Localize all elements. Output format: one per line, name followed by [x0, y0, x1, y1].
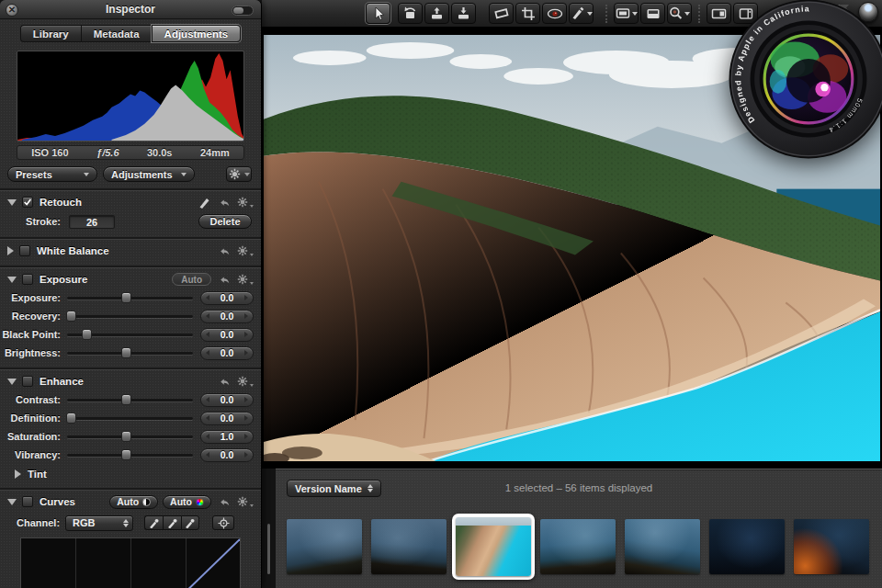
tab-adjustments[interactable]: Adjustments — [152, 25, 242, 42]
curves-graph[interactable] — [20, 537, 241, 588]
filmstrip-scrollbar[interactable] — [267, 524, 270, 574]
curves-point-picker-button[interactable] — [212, 515, 234, 530]
stamp-tool-button[interactable] — [451, 3, 476, 24]
gray-point-eyedropper-button[interactable] — [163, 515, 181, 530]
black-point-eyedropper-button[interactable] — [144, 515, 163, 530]
brightness-slider[interactable] — [67, 352, 193, 355]
stamp-down-icon — [456, 6, 471, 20]
inspector-titlebar[interactable]: ✕ Inspector — [0, 0, 261, 19]
adjustments-popup-button[interactable]: Adjustments — [103, 166, 195, 182]
brightness-stepper[interactable]: 0.0 — [200, 346, 254, 360]
shutter-knob-icon — [858, 2, 878, 22]
select-tool-button[interactable] — [366, 3, 390, 24]
red-eye-tool-button[interactable] — [542, 3, 567, 24]
white-point-eyedropper-button[interactable] — [181, 515, 199, 530]
disclosure-triangle[interactable] — [7, 379, 17, 385]
disclosure-triangle[interactable] — [7, 277, 17, 283]
select-arrows-icon — [123, 519, 129, 527]
chevron-down-icon — [181, 173, 187, 176]
exposure-slider[interactable] — [67, 297, 193, 300]
filmstrip-panel: Version Name 1 selected – 56 items displ… — [276, 469, 882, 588]
curves-checkbox[interactable] — [22, 496, 33, 507]
pointer-icon — [371, 6, 386, 21]
browser-mode-button[interactable] — [640, 3, 665, 24]
disclosure-triangle[interactable] — [7, 199, 17, 206]
stroke-value-field[interactable]: 26 — [69, 215, 115, 229]
panel-toggle[interactable] — [232, 6, 254, 16]
channel-select[interactable]: RGB — [65, 515, 133, 531]
tab-library[interactable]: Library — [20, 25, 81, 42]
shutter-value: 30.0s — [147, 147, 173, 158]
exposure-stepper[interactable]: 0.0 — [200, 291, 254, 305]
presets-popup-button[interactable]: Presets — [7, 166, 97, 182]
tab-metadata[interactable]: Metadata — [81, 25, 152, 42]
straighten-tool-button[interactable] — [489, 3, 514, 24]
reset-undo-icon[interactable] — [218, 245, 231, 257]
gear-icon[interactable] — [237, 376, 254, 387]
retouch-checkbox[interactable] — [22, 197, 33, 208]
rgb-histogram — [17, 51, 244, 141]
crop-tool-button[interactable] — [515, 3, 540, 24]
white-balance-checkbox[interactable] — [19, 245, 30, 256]
viewer-monitor-icon — [616, 7, 630, 20]
section-title: Curves — [40, 496, 75, 507]
definition-stepper[interactable]: 0.0 — [200, 412, 254, 425]
rotate-left-icon — [402, 6, 418, 20]
chevron-down-icon — [84, 173, 89, 176]
exposure-checkbox[interactable] — [22, 274, 33, 285]
rotate-left-button[interactable] — [398, 3, 423, 24]
inspector-window: ✕ Inspector Library Metadata Adjustments… — [0, 0, 262, 588]
curves-auto-color-button[interactable]: Auto — [163, 495, 211, 509]
reset-undo-icon[interactable] — [218, 496, 231, 508]
exposure-auto-button[interactable]: Auto — [172, 273, 211, 286]
retouch-tool-button[interactable] — [569, 3, 594, 24]
section-title: Enhance — [40, 376, 84, 387]
straighten-icon — [493, 6, 510, 20]
filmstrip-thumbnail[interactable] — [540, 519, 616, 574]
filmstrip-thumbnail[interactable] — [709, 519, 785, 574]
retouch-brush-icon — [571, 6, 585, 20]
selection-status-text: 1 selected – 56 items displayed — [276, 482, 882, 493]
gear-icon[interactable] — [237, 245, 254, 256]
saturation-slider[interactable] — [67, 435, 193, 438]
viewer-mode-button[interactable] — [614, 3, 639, 24]
filmstrip-thumbnail[interactable] — [287, 519, 362, 574]
contrast-slider[interactable] — [67, 399, 193, 401]
reset-undo-icon[interactable] — [218, 274, 231, 286]
gear-icon[interactable] — [237, 197, 254, 208]
disclosure-triangle[interactable] — [7, 499, 17, 505]
filmstrip-thumbnail-selected[interactable] — [452, 514, 535, 580]
filmstrip-thumbnail[interactable] — [794, 519, 869, 574]
definition-slider[interactable] — [67, 417, 193, 420]
adjustment-action-gear-button[interactable] — [226, 166, 252, 182]
filmstrip-thumbnail[interactable] — [625, 519, 700, 574]
recovery-stepper[interactable]: 0.0 — [200, 310, 254, 323]
reset-undo-icon[interactable] — [218, 376, 231, 388]
lift-tool-button[interactable] — [424, 3, 449, 24]
brush-stroke-icon[interactable] — [198, 196, 211, 209]
curves-auto-luminance-button[interactable]: Auto — [109, 495, 158, 509]
enhance-checkbox[interactable] — [22, 376, 33, 387]
chevron-down-icon — [250, 282, 254, 285]
browser-panel-icon — [646, 7, 661, 20]
disclosure-triangle[interactable] — [7, 246, 14, 255]
delete-button[interactable]: Delete — [198, 214, 252, 229]
reset-undo-icon[interactable] — [218, 197, 231, 209]
disclosure-triangle[interactable] — [15, 469, 21, 479]
black-point-stepper[interactable]: 0.0 — [200, 328, 254, 342]
inspector-title: Inspector — [0, 3, 261, 16]
gear-icon[interactable] — [237, 496, 254, 507]
vibrancy-slider[interactable] — [67, 454, 193, 457]
retouch-section: Retouch Stroke: 26 Delete — [0, 190, 261, 232]
thumbnail-row — [276, 506, 882, 588]
vibrancy-stepper[interactable]: 0.0 — [200, 448, 254, 462]
saturation-stepper[interactable]: 1.0 — [200, 430, 254, 444]
crosshair-icon — [218, 517, 230, 529]
recovery-slider[interactable] — [67, 315, 193, 318]
filmstrip-thumbnail[interactable] — [371, 519, 447, 574]
tint-subsection[interactable]: Tint — [0, 466, 261, 482]
black-point-slider[interactable] — [67, 334, 193, 336]
contrast-stepper[interactable]: 0.0 — [200, 393, 254, 407]
gear-icon[interactable] — [237, 274, 254, 285]
loupe-button[interactable] — [667, 3, 692, 24]
